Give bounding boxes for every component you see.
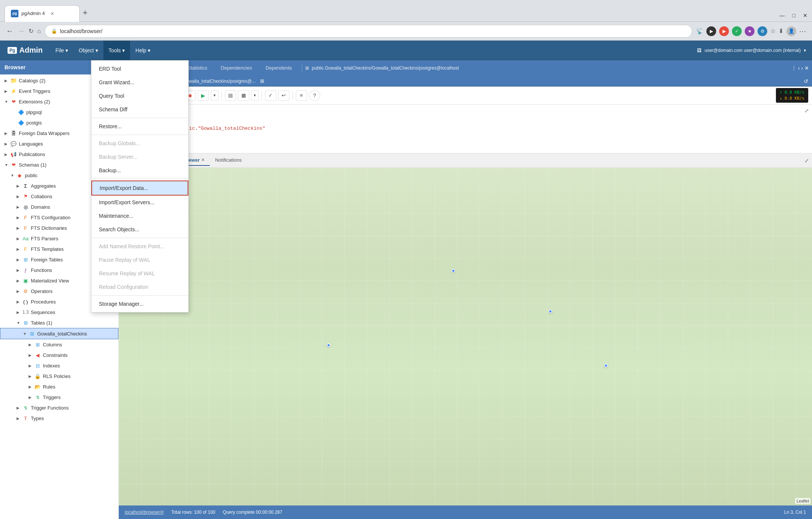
maximize-button[interactable]: □ — [792, 12, 795, 18]
expand-foreign-tables: ▶ — [17, 258, 22, 262]
browser-title: Browser — [5, 64, 26, 70]
forward-button[interactable]: → — [17, 27, 25, 35]
menu-erd-tool[interactable]: ERD Tool — [91, 62, 188, 76]
window-controls: — □ ✕ — [780, 12, 807, 21]
close-button[interactable]: ✕ — [803, 12, 807, 18]
minimize-button[interactable]: — — [780, 12, 785, 18]
sequences-label: Sequences — [31, 310, 55, 315]
bookmark-icon[interactable]: ☆ — [770, 27, 776, 35]
breadcrumb-action-2[interactable]: ‹ — [798, 65, 800, 71]
help-menu-arrow: ▾ — [148, 47, 150, 53]
more-icon[interactable]: ⋯ — [799, 27, 806, 35]
bottom-expand-icon[interactable]: ⤢ — [804, 158, 809, 164]
ext-icon-1[interactable]: ▶ — [706, 26, 716, 36]
refresh-button[interactable]: ↻ — [29, 27, 33, 35]
ext-icon-3[interactable]: ✓ — [732, 26, 742, 36]
query-toolbar: ▼ ▾ 100 rows ▾ ■ ▶ ▾ ▤ ▦ ▾ ✓ ↩ ≡ ? ↑ 0.0… — [119, 86, 812, 105]
tab-dependents[interactable]: Dependents — [259, 62, 298, 74]
sql-editor[interactable]: ⤢ 1 -- Query History 2 3 SELECT * FROM p… — [119, 105, 812, 153]
menu-grant-wizard[interactable]: Grant Wizard... — [91, 76, 188, 89]
home-button[interactable]: ⌂ — [37, 28, 41, 35]
file-menu-label: File — [56, 47, 64, 53]
explain-dropdown[interactable]: ▾ — [251, 90, 259, 101]
connection-link[interactable]: localhost/browser/# — [125, 510, 164, 515]
close-tab-icon[interactable]: × — [51, 11, 54, 17]
menu-schema-diff[interactable]: Schema Diff — [91, 103, 188, 116]
expand-indexes: ▶ — [29, 364, 34, 368]
menu-maintenance[interactable]: Maintenance... — [91, 209, 188, 223]
ext-icon-4[interactable]: ★ — [745, 26, 754, 36]
explain-analyze-button[interactable]: ▦ — [238, 90, 249, 101]
rls-label: RLS Policies — [43, 373, 71, 379]
tree-item-types[interactable]: ▶ T Types — [0, 413, 118, 423]
tree-item-constraints[interactable]: ▶ ◀ Constraints — [0, 350, 118, 360]
new-tab-button[interactable]: + — [83, 8, 88, 21]
gravatar-icon: 🖼 — [697, 48, 701, 53]
domains-label: Domains — [31, 204, 50, 210]
cast-icon[interactable]: 📡 — [696, 27, 703, 35]
tree-item-trigger-functions[interactable]: ▶ ↯ Trigger Functions — [0, 402, 118, 413]
tree-item-tables[interactable]: ▼ ⊞ Tables (1) — [0, 317, 118, 328]
menu-search-objects[interactable]: Search Objects... — [91, 223, 188, 236]
menu-storage-manager[interactable]: Storage Manager... — [91, 297, 188, 311]
profile-icon[interactable]: 👤 — [786, 26, 796, 36]
connection-bar: public.Gowalla_totalCheckins/Gowalla_tot… — [119, 76, 812, 86]
speed-indicator: ↑ 0.0 KB/s ↓ 0.0 KB/s — [776, 88, 808, 103]
types-label: Types — [31, 416, 44, 421]
menu-backup[interactable]: Backup... — [91, 164, 188, 177]
browser-extensions: 📡 ▶ ▶ ✓ ★ ⚙ ☆ ⬇ 👤 ⋯ — [696, 26, 806, 36]
help-button[interactable]: ? — [309, 90, 320, 101]
expand-fdw: ▶ — [5, 131, 10, 135]
breadcrumb-action-1[interactable]: ⋮ — [791, 65, 797, 71]
breadcrumb-action-3[interactable]: › — [801, 65, 803, 71]
tree-item-triggers[interactable]: ▶ ↯ Triggers — [0, 392, 118, 402]
menu-query-tool[interactable]: Query Tool — [91, 89, 188, 103]
breadcrumb-close[interactable]: ✕ — [804, 65, 809, 71]
expand-editor-icon[interactable]: ⤢ — [804, 108, 809, 114]
menu-import-export-servers[interactable]: Import/Export Servers... — [91, 196, 188, 209]
menu-object[interactable]: Object ▾ — [73, 41, 103, 60]
refresh-connection-icon[interactable]: ↺ — [804, 78, 808, 84]
ext-icon-5[interactable]: ⚙ — [757, 26, 767, 36]
list-view-button[interactable]: ≡ — [296, 90, 307, 101]
user-info-area[interactable]: 🖼 user@domain.com user@domain.com (inter… — [691, 48, 812, 53]
speed-down: ↓ 0.0 KB/s — [780, 96, 804, 101]
tab-dependencies[interactable]: Dependencies — [214, 62, 259, 74]
pgadmin-toolbar: Pg Admin File ▾ Object ▾ Tools ▾ Help ▾ … — [0, 41, 812, 60]
active-tab[interactable]: pg pgAdmin 4 × — [5, 5, 80, 22]
menu-file[interactable]: File ▾ — [50, 41, 74, 60]
pgadmin-logo: Pg Admin — [0, 46, 50, 55]
play-dropdown[interactable]: ▾ — [211, 90, 218, 101]
tree-item-rules[interactable]: ▶ 📂 Rules — [0, 381, 118, 392]
explain-button[interactable]: ▤ — [225, 90, 236, 101]
sql-table-name: "Gowalla_totalCheckins" — [198, 125, 265, 133]
tree-item-rls-policies[interactable]: ▶ 🔒 RLS Policies — [0, 371, 118, 381]
geometry-viewer-close[interactable]: ✕ — [201, 158, 205, 162]
commit-button[interactable]: ✓ — [265, 90, 276, 101]
expand-sequences: ▶ — [17, 310, 22, 314]
menu-import-export[interactable]: Import/Export Data... — [91, 181, 188, 196]
connection-icon: ⊞ — [260, 78, 264, 84]
menu-tools[interactable]: Tools ▾ — [103, 41, 130, 60]
user-email: user@domain.com user@domain.com (interna… — [704, 48, 801, 53]
back-button[interactable]: ← — [6, 27, 14, 35]
event-triggers-label: Event Triggers — [19, 88, 50, 94]
url-bar[interactable]: 🔒 localhost/browser/ — [45, 25, 692, 38]
logo-text: Admin — [19, 46, 42, 55]
download-icon[interactable]: ⬇ — [779, 27, 783, 35]
menu-help[interactable]: Help ▾ — [130, 41, 156, 60]
position-status: Ln 3, Col 1 — [784, 510, 806, 515]
expand-columns: ▶ — [29, 343, 34, 347]
speed-up: ↑ 0.0 KB/s — [780, 90, 804, 95]
ext-icon-2[interactable]: ▶ — [719, 26, 729, 36]
tree-item-gowalla[interactable]: ▼ ⊞ Gowalla_totalCheckins — [0, 328, 118, 339]
tree-item-indexes[interactable]: ▶ ⊟ Indexes — [0, 360, 118, 371]
tree-item-columns[interactable]: ▶ ⊞ Columns — [0, 339, 118, 350]
tab-breadcrumb-separator — [302, 64, 302, 72]
play-button[interactable]: ▶ — [198, 90, 209, 101]
rollback-button[interactable]: ↩ — [278, 90, 289, 101]
expand-procedures: ▶ — [17, 300, 22, 304]
collations-label: Collations — [31, 194, 52, 199]
bottom-tab-notifications[interactable]: Notifications — [210, 155, 247, 166]
menu-restore[interactable]: Restore... — [91, 120, 188, 133]
